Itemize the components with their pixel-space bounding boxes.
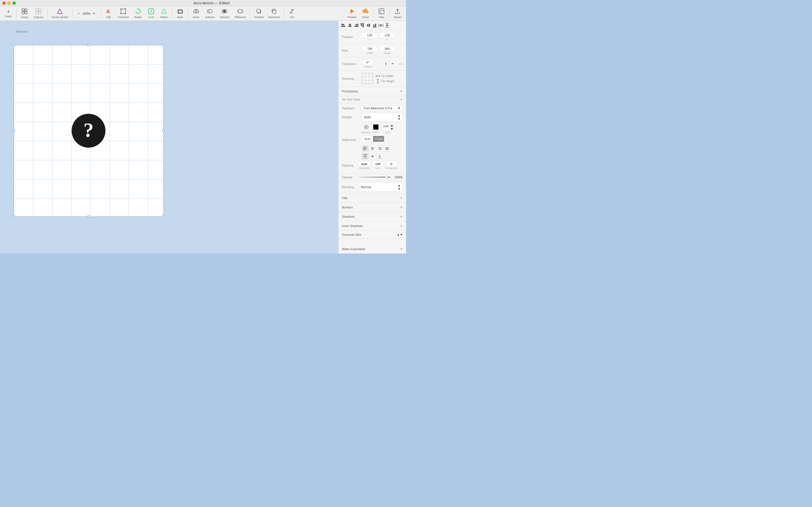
align-center-h-button[interactable]	[347, 22, 353, 28]
text-color-swatch[interactable]	[373, 124, 378, 130]
align-top-button[interactable]	[359, 22, 365, 28]
view-button[interactable]: View	[375, 7, 388, 20]
text-align-center-button[interactable]	[369, 145, 376, 152]
font-size-stepper[interactable]: ▲ ▼	[391, 124, 394, 130]
create-symbol-button[interactable]: Create Symbol	[49, 7, 71, 20]
make-exportable-section[interactable]: Make Exportable +	[339, 244, 406, 253]
weight-up-arrow[interactable]: ▲	[398, 114, 401, 117]
rotate-button[interactable]: Rotate	[132, 7, 144, 20]
blending-stepper[interactable]: ▲ ▼	[398, 184, 401, 190]
zoom-out-button[interactable]: −	[77, 10, 81, 17]
fix-width-option[interactable]: Fix Width	[376, 74, 394, 78]
weight-down-arrow[interactable]: ▼	[398, 117, 401, 121]
shadows-section[interactable]: Shadows +	[339, 212, 406, 221]
question-mark-element[interactable]	[71, 114, 105, 148]
text-valign-bottom-button[interactable]	[376, 153, 383, 159]
union-button[interactable]: Union	[190, 7, 202, 20]
forward-button[interactable]: Forward	[252, 7, 266, 20]
height-input[interactable]	[379, 46, 395, 52]
distribute-h-button[interactable]	[378, 22, 384, 28]
gaussian-down[interactable]: ▼	[400, 233, 403, 236]
maximize-button[interactable]	[12, 1, 16, 5]
zoom-value[interactable]: 100%	[82, 12, 90, 15]
cloud-button[interactable]: Cloud	[359, 7, 371, 20]
intersect-button[interactable]: Intersect	[217, 7, 232, 20]
align-right-button[interactable]	[353, 22, 359, 28]
text-align-justify-button[interactable]	[384, 145, 391, 152]
opacity-slider[interactable]	[359, 177, 390, 178]
align-left-button[interactable]	[341, 22, 347, 28]
inner-shadows-add-button[interactable]: +	[400, 224, 403, 228]
fills-section[interactable]: Fills +	[339, 193, 406, 203]
text-valign-top-button[interactable]	[362, 153, 368, 159]
ungroup-button[interactable]: Ungroup	[31, 7, 46, 20]
subtract-button[interactable]: Subtract	[203, 7, 217, 20]
canvas-area[interactable]: Artboard	[0, 21, 338, 253]
edit-button[interactable]: A Edit	[102, 7, 115, 20]
svg-rect-6	[36, 11, 38, 14]
export-button[interactable]: Export	[391, 7, 404, 20]
text-style-chevron-icon: ▼	[400, 98, 403, 101]
group-button[interactable]: Group	[18, 7, 31, 20]
borders-add-button[interactable]: +	[400, 205, 403, 210]
prototyping-add-button[interactable]: +	[400, 89, 403, 94]
rotate-input[interactable]	[362, 59, 374, 65]
gaussian-blur-stepper[interactable]: ▲ ▼	[397, 233, 403, 236]
svg-rect-58	[375, 24, 376, 27]
paragraph-spacing-input[interactable]	[386, 161, 397, 167]
fix-height-option[interactable]: Fix Height	[376, 79, 394, 83]
text-options-button[interactable]	[363, 124, 370, 130]
x-input[interactable]	[362, 33, 377, 38]
text-style-selector[interactable]: No Text Style ▼	[339, 96, 406, 103]
scale-button[interactable]: Scale	[145, 7, 157, 20]
gaussian-blur-section[interactable]: Gaussian Blur ▲ ▼	[339, 231, 406, 239]
close-button[interactable]	[2, 1, 6, 5]
align-bottom-button[interactable]	[372, 22, 377, 28]
gaussian-up[interactable]: ▲	[397, 233, 400, 236]
y-input[interactable]	[379, 33, 395, 38]
align-center-v-button[interactable]	[366, 22, 371, 28]
shadows-add-button[interactable]: +	[400, 214, 403, 219]
blending-select[interactable]: Normal ▲ ▼	[359, 182, 403, 191]
inner-shadows-section[interactable]: Inner Shadows +	[339, 221, 406, 231]
flip-horizontal-button[interactable]	[383, 61, 389, 67]
character-spacing-input[interactable]	[358, 161, 370, 167]
weight-select[interactable]: Solid ▲ ▼	[362, 113, 403, 122]
weight-stepper[interactable]: ▲ ▼	[398, 114, 401, 121]
minimize-button[interactable]	[7, 1, 11, 5]
width-input[interactable]	[362, 46, 377, 52]
link-button[interactable]: Link	[286, 7, 298, 20]
text-valign-middle-button[interactable]	[369, 153, 376, 159]
alignment-auto-button[interactable]: Auto	[362, 136, 373, 142]
typeface-select[interactable]: Font Awesome 5 Fre ▼	[362, 105, 403, 111]
mask-button[interactable]: Mask	[174, 7, 186, 20]
distribute-v-button[interactable]	[384, 22, 390, 28]
position-label: Position	[342, 35, 360, 39]
opacity-thumb[interactable]	[385, 176, 388, 179]
fills-add-button[interactable]: +	[400, 196, 403, 200]
transform-button[interactable]: Transform	[115, 7, 132, 20]
make-exportable-add-button[interactable]: +	[400, 247, 403, 251]
font-size-down-arrow[interactable]: ▼	[391, 127, 394, 130]
blending-label: Blending	[342, 185, 357, 189]
line-spacing-input[interactable]	[372, 161, 384, 167]
difference-button[interactable]: Difference	[232, 7, 248, 20]
text-align-left-button[interactable]	[362, 145, 368, 152]
font-size-input[interactable]: 144 ▲ ▼	[381, 123, 394, 131]
insert-button[interactable]: + Insert	[2, 7, 15, 20]
text-align-right-button[interactable]	[376, 145, 383, 152]
prototyping-section[interactable]: Prototyping +	[339, 87, 406, 96]
alignment-toggle[interactable]: Auto Fixed	[362, 136, 384, 142]
borders-section[interactable]: Borders +	[339, 203, 406, 212]
flip-vertical-button[interactable]	[390, 61, 396, 67]
fix-options: Fix Width Fix Height	[376, 74, 394, 83]
backward-button[interactable]: Backward	[266, 7, 282, 20]
preview-button[interactable]: Preview	[345, 7, 359, 20]
font-size-up-arrow[interactable]: ▲	[391, 124, 394, 127]
union-label: Union	[193, 16, 200, 18]
blending-down-arrow[interactable]: ▼	[398, 187, 401, 190]
zoom-in-button[interactable]: +	[92, 10, 96, 17]
blending-up-arrow[interactable]: ▲	[398, 184, 401, 187]
flatten-button[interactable]: Flatten	[158, 7, 170, 20]
alignment-fixed-button[interactable]: Fixed	[373, 136, 384, 142]
